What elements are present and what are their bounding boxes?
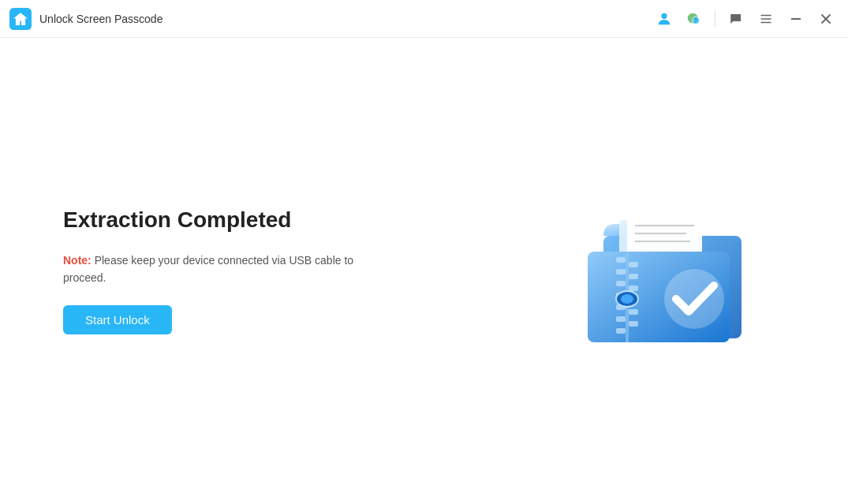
chat-button[interactable] (723, 6, 749, 32)
svg-rect-8 (791, 18, 801, 20)
home-icon (9, 8, 32, 30)
app-title: Unlock Screen Passcode (39, 13, 163, 25)
svg-rect-26 (629, 262, 638, 267)
user-avatar-button[interactable] (652, 6, 677, 32)
chat-icon (729, 12, 743, 26)
svg-point-1 (661, 13, 667, 18)
svg-rect-30 (629, 309, 638, 315)
svg-rect-19 (616, 257, 626, 263)
close-icon (821, 14, 831, 24)
folder-checkmark-illustration (556, 192, 761, 350)
titlebar-divider (715, 11, 715, 27)
note-label: Note: (63, 254, 92, 267)
svg-rect-24 (616, 316, 626, 322)
titlebar-right: ♪ (652, 6, 839, 32)
minimize-button[interactable] (783, 6, 809, 32)
titlebar-left: Unlock Screen Passcode (9, 8, 652, 30)
main-content: Extraction Completed Note: Please keep y… (0, 38, 848, 504)
svg-rect-31 (629, 321, 638, 327)
svg-rect-27 (629, 274, 638, 279)
content-left: Extraction Completed Note: Please keep y… (63, 207, 532, 335)
folder-illustration-area (532, 192, 785, 350)
svg-rect-25 (616, 328, 626, 334)
app-switcher-button[interactable]: ♪ (682, 6, 707, 32)
svg-rect-6 (760, 18, 771, 20)
extraction-title: Extraction Completed (63, 207, 532, 233)
minimize-icon (791, 14, 801, 24)
note-paragraph: Note: Please keep your device connected … (63, 252, 363, 287)
svg-rect-21 (616, 281, 626, 286)
svg-rect-13 (627, 215, 702, 258)
user-icon (656, 10, 673, 28)
menu-button[interactable] (753, 6, 779, 32)
svg-text:♪: ♪ (692, 16, 695, 23)
svg-point-33 (621, 294, 633, 304)
svg-rect-20 (616, 269, 626, 274)
svg-rect-7 (760, 21, 771, 23)
menu-icon (759, 12, 773, 26)
start-unlock-button[interactable]: Start Unlock (63, 305, 172, 334)
svg-rect-28 (629, 286, 638, 291)
note-body: Please keep your device connected via US… (63, 254, 353, 284)
titlebar: Unlock Screen Passcode ♪ (0, 0, 848, 38)
svg-rect-5 (760, 14, 771, 16)
music-search-icon: ♪ (685, 10, 703, 28)
close-button[interactable] (813, 6, 839, 32)
